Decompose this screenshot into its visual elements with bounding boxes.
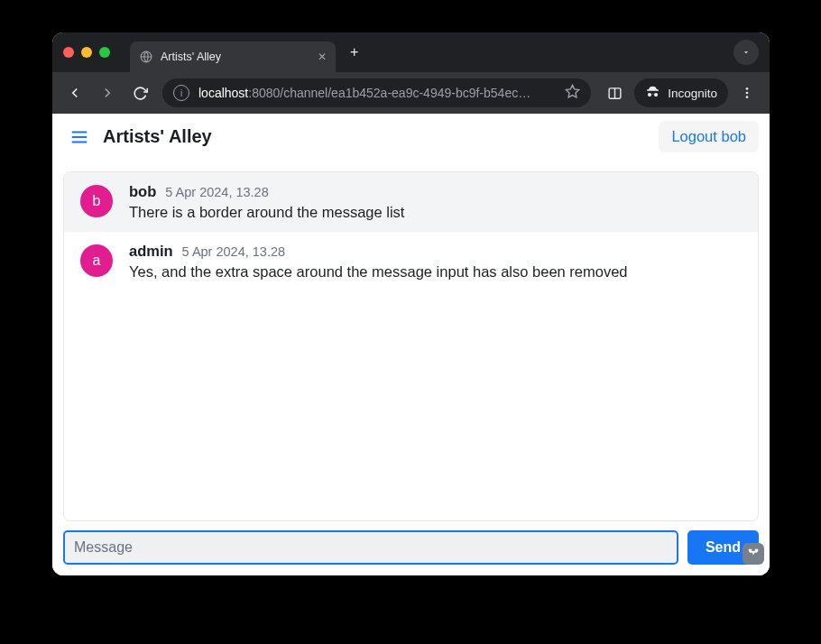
- browser-menu-button[interactable]: [733, 86, 761, 100]
- avatar: b: [80, 185, 113, 217]
- incognito-icon: [645, 84, 660, 102]
- svg-marker-1: [567, 85, 579, 97]
- site-info-icon[interactable]: i: [173, 85, 189, 101]
- incognito-label: Incognito: [668, 87, 717, 100]
- maximize-window-icon[interactable]: [99, 47, 110, 58]
- message-header: bob5 Apr 2024, 13.28: [129, 183, 742, 200]
- reload-button[interactable]: [126, 79, 153, 106]
- browser-tab[interactable]: Artists' Alley ✕: [130, 41, 336, 72]
- message-input[interactable]: [63, 530, 678, 565]
- message-author: admin: [129, 243, 173, 260]
- traffic-lights: [63, 47, 110, 58]
- close-tab-icon[interactable]: ✕: [318, 51, 327, 63]
- message-row: bbob5 Apr 2024, 13.28There is a border a…: [64, 172, 758, 232]
- globe-icon: [139, 50, 153, 64]
- back-button[interactable]: [61, 79, 88, 106]
- app-header: Artists' Alley Logout bob: [52, 114, 770, 161]
- url-text: localhost:8080/channel/ea1b452a-ea9c-494…: [198, 86, 558, 100]
- svg-point-4: [746, 87, 749, 90]
- message-header: admin5 Apr 2024, 13.28: [129, 243, 742, 260]
- page-title: Artists' Alley: [103, 126, 212, 147]
- minimize-window-icon[interactable]: [81, 47, 92, 58]
- bookmark-star-icon[interactable]: [565, 84, 580, 102]
- main: bbob5 Apr 2024, 13.28There is a border a…: [52, 161, 770, 575]
- vaadin-badge-icon[interactable]: [743, 543, 764, 565]
- svg-point-5: [746, 92, 749, 95]
- close-window-icon[interactable]: [63, 47, 74, 58]
- avatar: a: [80, 244, 113, 277]
- composer: Send: [63, 530, 759, 565]
- address-bar: i localhost:8080/channel/ea1b452a-ea9c-4…: [52, 72, 770, 114]
- panel-icon[interactable]: [600, 78, 629, 107]
- tab-bar: Artists' Alley ✕ +: [52, 32, 770, 72]
- menu-icon[interactable]: [63, 121, 96, 153]
- message-row: aadmin5 Apr 2024, 13.28Yes, and the extr…: [64, 232, 758, 291]
- message-author: bob: [129, 183, 156, 200]
- tab-title: Artists' Alley: [161, 51, 318, 63]
- app: Artists' Alley Logout bob bbob5 Apr 2024…: [52, 114, 770, 575]
- message-list: bbob5 Apr 2024, 13.28There is a border a…: [63, 171, 759, 521]
- incognito-badge[interactable]: Incognito: [634, 78, 728, 107]
- tabs-dropdown-button[interactable]: [733, 40, 759, 65]
- new-tab-button[interactable]: +: [350, 44, 358, 60]
- message-body: bob5 Apr 2024, 13.28There is a border ar…: [129, 183, 742, 221]
- url-field[interactable]: i localhost:8080/channel/ea1b452a-ea9c-4…: [162, 78, 591, 107]
- message-body: admin5 Apr 2024, 13.28Yes, and the extra…: [129, 243, 742, 281]
- message-text: Yes, and the extra space around the mess…: [129, 263, 742, 281]
- forward-button[interactable]: [94, 79, 121, 106]
- message-timestamp: 5 Apr 2024, 13.28: [182, 244, 286, 259]
- message-text: There is a border around the message lis…: [129, 204, 742, 221]
- browser-window: Artists' Alley ✕ + i localhost:8080/chan…: [52, 32, 770, 575]
- message-timestamp: 5 Apr 2024, 13.28: [165, 185, 269, 199]
- logout-button[interactable]: Logout bob: [659, 121, 759, 152]
- svg-point-6: [746, 96, 749, 98]
